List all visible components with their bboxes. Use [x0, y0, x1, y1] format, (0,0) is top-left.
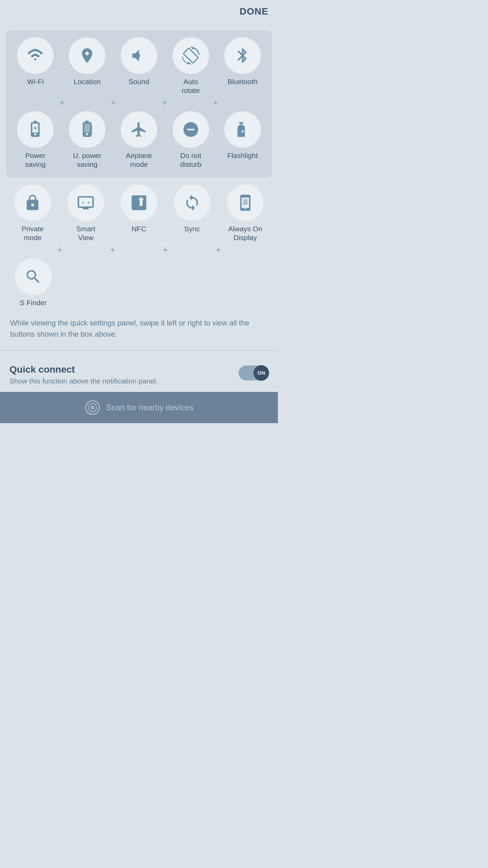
- tile-privatemode-label: Privatemode: [22, 224, 44, 242]
- donotdisturb-icon-circle: [172, 111, 209, 148]
- tile-sound-label: Sound: [129, 77, 149, 86]
- plus-2[interactable]: +: [103, 97, 124, 108]
- flashlight-icon: [234, 121, 251, 138]
- tile-bluetooth-label: Bluetooth: [227, 77, 258, 86]
- toggle-track[interactable]: ON: [239, 366, 268, 380]
- location-icon: [78, 47, 96, 64]
- tile-sync-label: Sync: [184, 224, 200, 233]
- grid-row-2: Powersaving U. powersaving Airplanemode: [9, 111, 268, 169]
- powersaving-icon-circle: [17, 111, 54, 148]
- plus-row-2: + + + +: [6, 244, 272, 255]
- tile-alwaysondisplay[interactable]: Always OnDisplay: [223, 184, 267, 242]
- tile-powersaving-label: Powersaving: [25, 151, 46, 169]
- bottom-bar: Scan for nearby devices: [0, 392, 278, 423]
- location-icon-circle: [69, 37, 105, 74]
- tile-smartview[interactable]: SmartView: [64, 184, 108, 242]
- privatemode-icon-circle: [14, 184, 51, 221]
- info-text: While viewing the quick settings panel, …: [10, 317, 268, 340]
- plus-7[interactable]: +: [155, 244, 176, 255]
- plus-6[interactable]: +: [102, 244, 123, 255]
- tile-smartview-label: SmartView: [76, 224, 95, 242]
- tile-upowersaving-label: U. powersaving: [73, 151, 101, 169]
- sync-icon: [183, 194, 201, 212]
- autorotate-icon-circle: [172, 37, 209, 74]
- plus-3[interactable]: +: [155, 97, 175, 108]
- bluetooth-icon-circle: [224, 37, 261, 74]
- toggle-on-label: ON: [257, 370, 265, 376]
- svg-rect-0: [243, 199, 247, 205]
- tile-autorotate[interactable]: Autorotate: [169, 37, 213, 95]
- airplane-icon: [130, 121, 148, 138]
- tile-privatemode[interactable]: Privatemode: [11, 184, 55, 242]
- quick-connect-subtitle: Show this function above the notificatio…: [9, 377, 158, 385]
- quick-connect-title: Quick connect: [9, 364, 158, 375]
- tile-upowersaving[interactable]: U. powersaving: [65, 111, 109, 169]
- plus-1[interactable]: +: [52, 97, 73, 108]
- plus-row-1: + + + +: [9, 97, 268, 108]
- tile-sound[interactable]: Sound: [117, 37, 161, 86]
- plus-8[interactable]: +: [208, 244, 228, 255]
- powersaving-icon: [26, 121, 44, 138]
- wifi-icon-circle: [17, 37, 54, 74]
- tile-nfc-label: NFC: [131, 224, 146, 233]
- autorotate-icon: [182, 47, 200, 64]
- quick-settings-box: Wi-Fi Location Sound: [6, 31, 272, 178]
- svg-point-4: [92, 407, 93, 408]
- plus-4[interactable]: +: [206, 97, 226, 108]
- wifi-icon: [26, 47, 44, 64]
- bluetooth-icon: [234, 47, 251, 64]
- smartview-icon: [77, 194, 95, 212]
- privatemode-icon: [24, 194, 41, 212]
- sfinder-icon: [24, 268, 42, 285]
- tile-airplanemode-label: Airplanemode: [126, 151, 152, 169]
- tile-wifi-label: Wi-Fi: [27, 77, 44, 86]
- upowersaving-icon: [78, 121, 96, 138]
- donotdisturb-icon: [182, 121, 200, 138]
- upowersaving-icon-circle: [69, 111, 105, 148]
- toggle-knob: ON: [253, 365, 269, 381]
- tile-flashlight[interactable]: Flashlight: [221, 111, 265, 160]
- tile-powersaving[interactable]: Powersaving: [13, 111, 57, 169]
- tile-autorotate-label: Autorotate: [182, 77, 200, 95]
- airplanemode-icon-circle: [121, 111, 157, 148]
- done-button[interactable]: DONE: [240, 6, 268, 17]
- smartview-icon-circle: [67, 184, 104, 221]
- grid-row-1: Wi-Fi Location Sound: [9, 37, 268, 95]
- plus-5[interactable]: +: [49, 244, 70, 255]
- nfc-icon-circle: [121, 184, 157, 221]
- tile-alwaysondisplay-label: Always OnDisplay: [228, 224, 262, 242]
- quick-connect-toggle[interactable]: ON: [239, 366, 268, 380]
- tile-sync[interactable]: Sync: [170, 184, 214, 233]
- tile-airplanemode[interactable]: Airplanemode: [117, 111, 161, 169]
- tile-donotdisturb-label: Do notdisturb: [180, 151, 201, 169]
- scan-icon: [84, 399, 101, 416]
- divider: [0, 350, 278, 351]
- tile-donotdisturb[interactable]: Do notdisturb: [169, 111, 213, 169]
- sound-icon: [130, 47, 148, 64]
- alwaysondisplay-icon: [237, 194, 254, 212]
- tile-location[interactable]: Location: [65, 37, 109, 86]
- sfinder-icon-circle: [15, 258, 52, 295]
- sound-icon-circle: [121, 37, 157, 74]
- alwaysondisplay-icon-circle: [227, 184, 264, 221]
- quick-connect-text: Quick connect Show this function above t…: [9, 364, 158, 385]
- tile-sfinder-label: S Finder: [20, 298, 46, 307]
- grid-row-3: Privatemode SmartView NFC: [6, 184, 272, 242]
- tile-bluetooth[interactable]: Bluetooth: [221, 37, 265, 86]
- flashlight-icon-circle: [224, 111, 261, 148]
- tile-flashlight-label: Flashlight: [227, 151, 258, 160]
- bottom-bar-label: Scan for nearby devices: [106, 403, 193, 412]
- sync-icon-circle: [174, 184, 210, 221]
- sfinder-row: S Finder: [6, 258, 272, 307]
- tile-wifi[interactable]: Wi-Fi: [13, 37, 57, 86]
- quick-connect-section: Quick connect Show this function above t…: [0, 361, 278, 392]
- nfc-icon: [130, 194, 148, 212]
- second-section: Privatemode SmartView NFC: [6, 184, 272, 307]
- tile-nfc[interactable]: NFC: [117, 184, 161, 233]
- tile-location-label: Location: [74, 77, 100, 86]
- tile-sfinder[interactable]: S Finder: [11, 258, 55, 307]
